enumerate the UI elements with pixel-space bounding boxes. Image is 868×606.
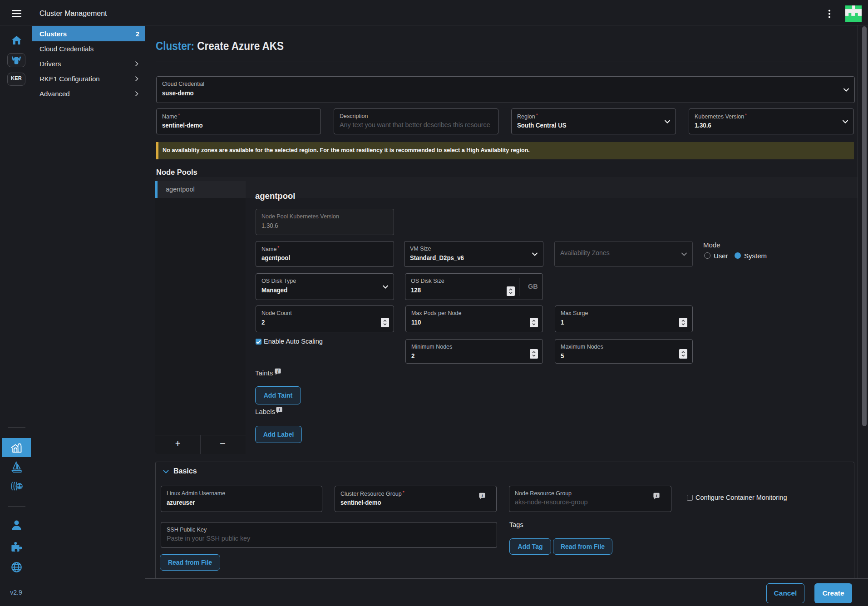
svg-text:i: i [277, 369, 279, 374]
svg-text:i: i [482, 493, 483, 498]
svg-text:i: i [279, 407, 280, 412]
svg-text:i: i [656, 493, 657, 498]
